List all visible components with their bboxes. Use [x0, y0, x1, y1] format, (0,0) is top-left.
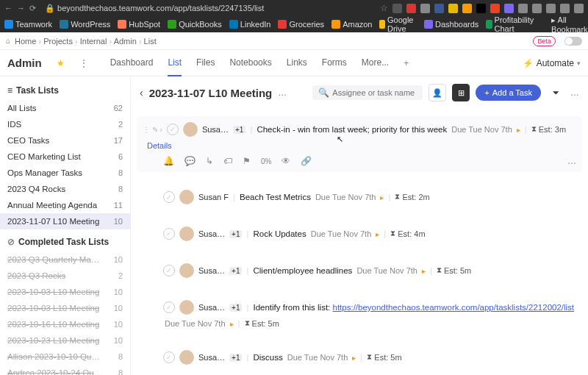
extension-icon[interactable] — [574, 4, 584, 13]
link-icon[interactable]: 🔗 — [301, 156, 312, 166]
extension-icon[interactable] — [406, 4, 416, 13]
bookmark-item[interactable]: WordPress — [60, 20, 110, 29]
bookmark-item[interactable]: Dashboards — [424, 20, 478, 29]
tab-list[interactable]: List — [168, 50, 182, 76]
bookmark-item[interactable]: Amazon — [331, 20, 372, 29]
all-bookmarks[interactable]: ▸ All Bookmarks — [551, 15, 588, 34]
task-row[interactable]: ✓ Susa… +1 | Identify from this list: ht… — [137, 296, 582, 332]
extension-icon[interactable] — [434, 4, 444, 13]
bookmark-item[interactable]: Groceries — [278, 20, 324, 29]
task-row[interactable]: ✓ Susa… +1 | Client/employee headlines D… — [137, 259, 582, 282]
sidebar-completed-item[interactable]: 2023 Q3 Rocks2 — [0, 268, 130, 284]
extension-icon[interactable] — [448, 4, 458, 13]
tab-links[interactable]: Links — [287, 50, 307, 76]
tab-files[interactable]: Files — [196, 50, 215, 76]
crumb[interactable]: List — [144, 37, 157, 46]
bookmark-item[interactable]: Google Drive — [379, 15, 416, 33]
sidebar-list-item[interactable]: IDS2 — [0, 116, 130, 132]
assignee-filter-button[interactable]: 👤 — [429, 84, 446, 101]
favorite-star-icon[interactable]: ★ — [57, 58, 65, 68]
task-title[interactable]: Beach Test Metrics — [240, 193, 311, 201]
task-more-icon[interactable]: … — [567, 156, 576, 166]
crumb[interactable]: Projects — [43, 37, 73, 46]
extension-icon[interactable] — [518, 4, 528, 13]
sidebar-list-item[interactable]: All Lists62 — [0, 100, 130, 116]
bookmark-item[interactable]: QuickBooks — [168, 20, 222, 29]
tab-dashboard[interactable]: Dashboard — [110, 50, 154, 76]
assignee[interactable]: Susa… — [198, 353, 225, 362]
sidebar-completed-item[interactable]: 2023-10-23 L10 Meeting10 — [0, 332, 130, 349]
subtask-icon[interactable]: ↳ — [206, 156, 213, 166]
avatar[interactable] — [179, 226, 194, 241]
bell-icon[interactable]: 🔔 — [163, 156, 174, 166]
eye-icon[interactable]: 👁 — [282, 156, 290, 166]
list-more-icon[interactable]: … — [278, 88, 287, 98]
tag-icon[interactable]: 🏷 — [223, 156, 232, 166]
bookmark-item[interactable]: LinkedIn — [229, 20, 271, 29]
avatar[interactable] — [179, 263, 194, 278]
comment-icon[interactable]: 💬 — [184, 156, 196, 166]
task-title[interactable]: Identify from this list: https://beyondt… — [253, 303, 574, 312]
star-icon[interactable]: ☆ — [380, 3, 388, 13]
avatar[interactable] — [179, 300, 194, 315]
assignee[interactable]: Susa… — [202, 125, 229, 134]
task-title[interactable]: Discuss — [253, 353, 282, 362]
complete-checkbox[interactable]: ✓ — [163, 351, 175, 363]
extension-icon[interactable] — [490, 4, 500, 13]
crumb[interactable]: Home — [15, 37, 36, 46]
extra-assignees[interactable]: +1 — [233, 126, 245, 134]
progress-percent[interactable]: 0% — [261, 157, 271, 165]
extra-assignees[interactable]: +1 — [229, 230, 242, 238]
tab-more[interactable]: More... — [362, 50, 389, 76]
complete-checkbox[interactable]: ✓ — [163, 191, 175, 203]
row-handles[interactable]: ⋮ ✎ › — [143, 126, 162, 134]
header-more-icon[interactable]: … — [570, 88, 579, 98]
sidebar-list-item[interactable]: Ops Manager Tasks8 — [0, 165, 130, 181]
extension-icon[interactable] — [392, 4, 402, 13]
sidebar-list-item[interactable]: CEO Marketing List6 — [0, 149, 130, 165]
back-arrow-icon[interactable]: ‹ — [140, 87, 143, 99]
sidebar-completed-item[interactable]: 2023-10-16 L10 Meeting10 — [0, 316, 130, 332]
tab-forms[interactable]: Forms — [322, 50, 347, 76]
url-display[interactable]: 🔒 beyondthechaos.teamwork.com/app/taskli… — [40, 4, 376, 13]
extension-icon[interactable] — [462, 4, 472, 13]
extension-icon[interactable] — [504, 4, 514, 13]
search-input[interactable] — [332, 88, 417, 97]
sidebar-completed-item[interactable]: Allison 2023-10-10 Quarte…8 — [0, 349, 130, 365]
task-row[interactable]: ⋮ ✎ › ✓ Susa… +1 | Check-in - win from l… — [137, 116, 582, 172]
bookmark-item[interactable]: HubSpot — [118, 20, 160, 29]
task-title[interactable]: Client/employee headlines — [253, 266, 352, 275]
more-icon[interactable]: ⋮ — [79, 58, 88, 68]
add-tab[interactable]: + — [404, 58, 409, 68]
task-row[interactable]: ✓ Susa… +1 | Discuss Due Tue Nov 7th ▸ |… — [137, 346, 582, 369]
extension-icon[interactable] — [560, 4, 570, 13]
sidebar-completed-item[interactable]: 2023-10-03 L10 Meeting10 — [0, 300, 130, 316]
extra-assignees[interactable]: +1 — [229, 304, 242, 312]
nav-fwd[interactable]: → — [17, 4, 25, 12]
bookmark-item[interactable]: Profitability Chart — [486, 15, 537, 33]
tab-notebooks[interactable]: Notebooks — [229, 50, 271, 76]
assignee[interactable]: Susa… — [198, 229, 225, 238]
sidebar-list-item[interactable]: 2023 Q4 Rocks8 — [0, 181, 130, 197]
sidebar-list-item[interactable]: CEO Tasks17 — [0, 132, 130, 149]
beta-toggle[interactable] — [564, 37, 582, 46]
avatar[interactable] — [183, 122, 198, 137]
search-box[interactable]: 🔍 — [312, 85, 423, 100]
complete-checkbox[interactable]: ✓ — [163, 228, 175, 240]
automate-button[interactable]: ⚡ Automate ▾ — [523, 58, 581, 68]
nav-reload[interactable]: ⟳ — [29, 4, 36, 13]
complete-checkbox[interactable]: ✓ — [163, 265, 175, 276]
board-view-button[interactable]: ⊞ — [452, 84, 470, 101]
nav-back[interactable]: ← — [4, 4, 12, 12]
task-title[interactable]: Rock Updates — [253, 229, 306, 238]
extra-assignees[interactable]: +1 — [229, 267, 242, 275]
bookmark-item[interactable]: Teamwork — [4, 20, 52, 29]
complete-checkbox[interactable]: ✓ — [167, 124, 179, 135]
task-row[interactable]: ✓ Susan F | Beach Test Metrics Due Tue N… — [137, 185, 582, 209]
details-link[interactable]: Details — [147, 141, 172, 150]
extra-assignees[interactable]: +1 — [229, 354, 242, 362]
assignee[interactable]: Susa… — [198, 303, 225, 312]
complete-checkbox[interactable]: ✓ — [163, 301, 175, 313]
assignee[interactable]: Susa… — [198, 266, 225, 275]
task-link[interactable]: https://beyondthechaos.teamwork.com/app/… — [333, 303, 575, 312]
